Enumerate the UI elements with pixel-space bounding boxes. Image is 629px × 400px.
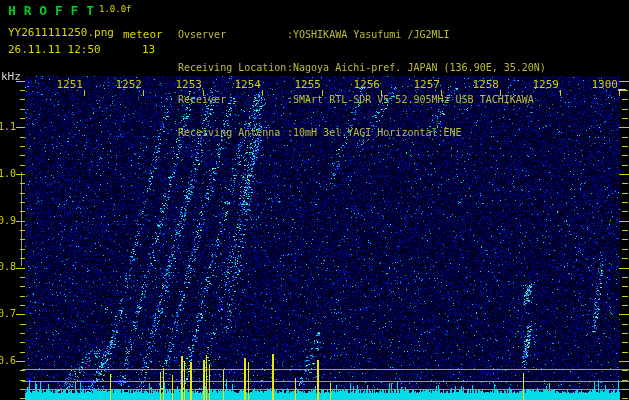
x-tick-label: 1254 [233,79,261,90]
info-row-receiver: Receiver:SMArt RTL-SDR V5 52.905MHz USB … [178,95,546,106]
x-tick-label: 1300 [590,79,618,90]
info-row-location: Receiving Location:Nagoya Aichi-pref. JA… [178,63,546,74]
app-title: H R O F F T [8,3,94,18]
y-axis-unit-label: kHz [1,70,21,83]
output-filename: YY2611111250.png [8,26,114,39]
observation-datetime: 26.11.11 12:50 [8,43,101,56]
y-tick-label: 0.7 [0,309,16,319]
echo-count: 13 [142,43,155,56]
x-tick-label: 1252 [114,79,142,90]
x-tick-label: 1255 [293,79,321,90]
y-tick-label: 0.6 [0,356,16,366]
info-value: :Nagoya Aichi-pref. JAPAN (136.90E, 35.2… [287,62,546,73]
app-version: 1.0.0f [99,4,132,14]
info-value: :10mH 3el.YAGI Horizontal:ENE [287,127,462,138]
info-label: Receiver [178,95,287,106]
info-value: :SMArt RTL-SDR V5 52.905MHz USB TACHIKAW… [287,94,534,105]
hrofft-window: H R O F F T 1.0.0f YY2611111250.png mete… [0,0,629,400]
info-label: Receiving Antenna [178,128,287,139]
observation-mode: meteor [123,28,163,41]
x-tick-label: 1251 [55,79,83,90]
y-tick-label: 0.8 [0,262,16,272]
y-tick-label: 1.1 [0,122,16,132]
info-label: Ovserver [178,30,287,41]
info-row-observer: Ovserver:YOSHIKAWA Yasufumi /JG2MLI [178,30,546,41]
info-label: Receiving Location [178,63,287,74]
x-tick-label: 1257 [412,79,440,90]
x-tick-label: 1259 [531,79,559,90]
y-tick-label: 1.0 [0,169,16,179]
x-tick-label: 1256 [352,79,380,90]
y-tick-label: 0.9 [0,216,16,226]
info-row-antenna: Receiving Antenna:10mH 3el.YAGI Horizont… [178,128,546,139]
x-tick-label: 1253 [174,79,202,90]
x-tick-label: 1258 [471,79,499,90]
info-value: :YOSHIKAWA Yasufumi /JG2MLI [287,29,450,40]
